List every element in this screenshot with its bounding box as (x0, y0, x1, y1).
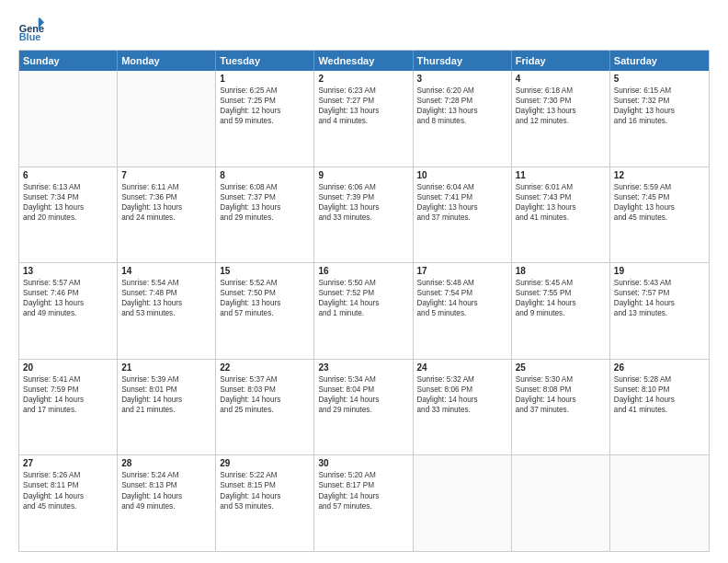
cell-text: and 45 minutes. (614, 213, 705, 223)
cell-text: Sunrise: 5:52 AM (220, 278, 310, 288)
cell-text: Sunrise: 6:15 AM (614, 86, 705, 96)
day-number: 13 (23, 266, 113, 276)
cell-text: Daylight: 14 hours (614, 298, 705, 308)
calendar-week-0: 1Sunrise: 6:25 AMSunset: 7:25 PMDaylight… (19, 71, 709, 167)
cell-text: Sunrise: 6:23 AM (318, 86, 408, 96)
cell-text: Sunset: 7:34 PM (23, 192, 113, 202)
cell-text: Daylight: 14 hours (121, 491, 211, 501)
day-number: 7 (121, 170, 211, 180)
cell-text: and 4 minutes. (318, 116, 408, 126)
cell-text: Sunrise: 6:18 AM (516, 86, 606, 96)
cell-text: Sunset: 7:57 PM (614, 288, 705, 298)
cell-text: and 33 minutes. (417, 405, 507, 415)
cell-text: and 12 minutes. (516, 116, 606, 126)
cell-text: Sunrise: 5:34 AM (318, 374, 408, 385)
cell-text: Sunset: 7:43 PM (516, 192, 606, 202)
calendar-cell: 3Sunrise: 6:20 AMSunset: 7:28 PMDaylight… (414, 71, 512, 167)
day-number: 22 (220, 362, 310, 373)
cell-text: Sunrise: 5:30 AM (516, 374, 606, 385)
cell-text: Sunrise: 6:11 AM (121, 182, 211, 192)
cell-text: Sunset: 7:55 PM (516, 288, 606, 298)
calendar-cell: 27Sunrise: 5:26 AMSunset: 8:11 PMDayligh… (19, 455, 118, 551)
day-number: 21 (121, 362, 211, 373)
header: General Blue (18, 17, 710, 42)
calendar-cell: 26Sunrise: 5:28 AMSunset: 8:10 PMDayligh… (610, 360, 709, 455)
cell-text: Sunrise: 5:57 AM (23, 278, 113, 288)
cell-text: Sunset: 7:39 PM (318, 192, 408, 202)
calendar-cell: 7Sunrise: 6:11 AMSunset: 7:36 PMDaylight… (118, 167, 216, 263)
cell-text: Sunset: 7:52 PM (318, 288, 408, 298)
day-number: 4 (516, 74, 606, 84)
calendar-cell: 13Sunrise: 5:57 AMSunset: 7:46 PMDayligh… (19, 263, 118, 359)
cell-text: Daylight: 14 hours (318, 491, 408, 501)
cell-text: Sunrise: 5:28 AM (614, 374, 705, 385)
cell-text: Sunrise: 6:13 AM (23, 182, 113, 192)
cell-text: Sunrise: 6:01 AM (516, 182, 606, 192)
day-number: 30 (318, 458, 408, 468)
cell-text: Sunset: 8:08 PM (516, 385, 606, 395)
cell-text: Daylight: 14 hours (614, 395, 705, 405)
cell-text: and 29 minutes. (220, 213, 310, 223)
page: General Blue SundayMondayTuesdayWednesda… (0, 0, 728, 563)
calendar-cell (610, 455, 709, 551)
header-day-wednesday: Wednesday (314, 51, 413, 71)
cell-text: and 25 minutes. (220, 405, 310, 415)
cell-text: Sunrise: 5:32 AM (417, 374, 507, 385)
day-number: 18 (516, 266, 606, 276)
cell-text: Sunset: 7:41 PM (417, 192, 507, 202)
calendar-cell: 23Sunrise: 5:34 AMSunset: 8:04 PMDayligh… (314, 360, 413, 455)
cell-text: Sunrise: 5:48 AM (417, 278, 507, 288)
cell-text: Daylight: 14 hours (220, 491, 310, 501)
header-day-monday: Monday (118, 51, 216, 71)
cell-text: Sunset: 8:10 PM (614, 385, 705, 395)
cell-text: Sunset: 7:28 PM (417, 96, 507, 106)
calendar-cell: 5Sunrise: 6:15 AMSunset: 7:32 PMDaylight… (610, 71, 709, 167)
cell-text: Sunset: 7:45 PM (614, 192, 705, 202)
calendar-week-4: 27Sunrise: 5:26 AMSunset: 8:11 PMDayligh… (19, 455, 709, 551)
cell-text: and 53 minutes. (220, 501, 310, 511)
cell-text: Daylight: 14 hours (516, 298, 606, 308)
cell-text: and 17 minutes. (23, 405, 113, 415)
calendar-cell: 24Sunrise: 5:32 AMSunset: 8:06 PMDayligh… (414, 360, 512, 455)
calendar-cell: 25Sunrise: 5:30 AMSunset: 8:08 PMDayligh… (512, 360, 610, 455)
cell-text: and 24 minutes. (121, 213, 211, 223)
cell-text: Daylight: 13 hours (516, 106, 606, 116)
cell-text: Sunrise: 6:06 AM (318, 182, 408, 192)
calendar-body: 1Sunrise: 6:25 AMSunset: 7:25 PMDaylight… (19, 71, 709, 551)
day-number: 9 (318, 170, 408, 180)
day-number: 2 (318, 74, 408, 84)
day-number: 3 (417, 74, 507, 84)
calendar-cell: 1Sunrise: 6:25 AMSunset: 7:25 PMDaylight… (216, 71, 314, 167)
cell-text: Sunrise: 6:08 AM (220, 182, 310, 192)
header-day-friday: Friday (512, 51, 610, 71)
cell-text: and 20 minutes. (23, 213, 113, 223)
cell-text: Sunset: 8:06 PM (417, 385, 507, 395)
cell-text: and 37 minutes. (417, 213, 507, 223)
calendar-cell: 4Sunrise: 6:18 AMSunset: 7:30 PMDaylight… (512, 71, 610, 167)
logo: General Blue (18, 17, 48, 42)
calendar-cell: 15Sunrise: 5:52 AMSunset: 7:50 PMDayligh… (216, 263, 314, 359)
cell-text: Daylight: 13 hours (23, 298, 113, 308)
cell-text: Sunrise: 5:41 AM (23, 374, 113, 385)
cell-text: Daylight: 14 hours (318, 298, 408, 308)
cell-text: and 45 minutes. (23, 501, 113, 511)
cell-text: and 16 minutes. (614, 116, 705, 126)
cell-text: Sunrise: 5:39 AM (121, 374, 211, 385)
calendar: SundayMondayTuesdayWednesdayThursdayFrid… (18, 50, 710, 552)
cell-text: Sunset: 7:54 PM (417, 288, 507, 298)
cell-text: Sunrise: 6:20 AM (417, 86, 507, 96)
calendar-week-3: 20Sunrise: 5:41 AMSunset: 7:59 PMDayligh… (19, 360, 709, 456)
calendar-cell (19, 71, 118, 167)
cell-text: and 13 minutes. (614, 308, 705, 318)
calendar-cell: 22Sunrise: 5:37 AMSunset: 8:03 PMDayligh… (216, 360, 314, 455)
cell-text: Daylight: 14 hours (23, 395, 113, 405)
cell-text: and 53 minutes. (121, 308, 211, 318)
calendar-cell: 29Sunrise: 5:22 AMSunset: 8:15 PMDayligh… (216, 455, 314, 551)
calendar-cell: 10Sunrise: 6:04 AMSunset: 7:41 PMDayligh… (414, 167, 512, 263)
calendar-cell: 28Sunrise: 5:24 AMSunset: 8:13 PMDayligh… (118, 455, 216, 551)
day-number: 29 (220, 458, 310, 468)
cell-text: and 49 minutes. (121, 501, 211, 511)
header-day-thursday: Thursday (414, 51, 512, 71)
cell-text: Sunrise: 5:20 AM (318, 470, 408, 480)
day-number: 16 (318, 266, 408, 276)
